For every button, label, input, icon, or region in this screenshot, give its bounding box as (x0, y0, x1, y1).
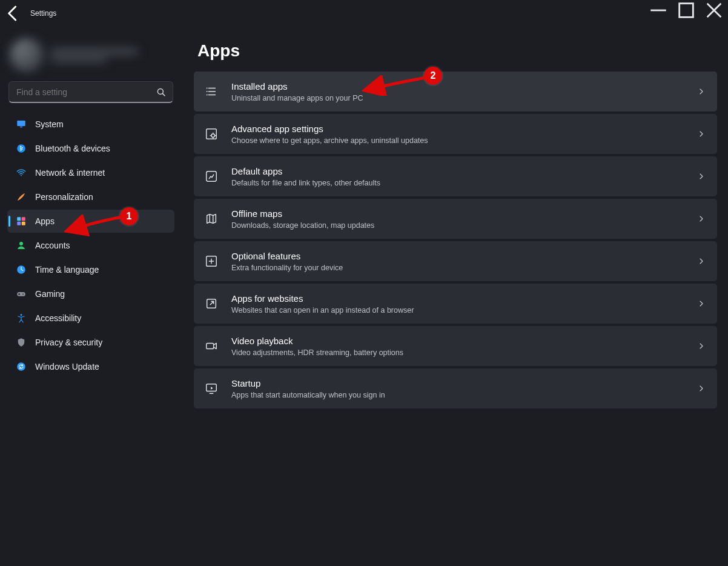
card-text: Installed appsUninstall and manage apps … (231, 73, 683, 110)
svg-rect-0 (650, 10, 666, 12)
card-subtitle: Extra functionality for your device (231, 264, 683, 272)
settings-card-default-apps[interactable]: Default appsDefaults for file and link t… (194, 156, 717, 196)
chevron-right-icon (697, 129, 706, 139)
card-title: Offline maps (231, 208, 683, 220)
card-text: Advanced app settingsChoose where to get… (231, 116, 683, 152)
accessibility-icon (16, 313, 27, 324)
gear-tile-icon (205, 127, 218, 141)
card-title: Installed apps (231, 81, 683, 93)
chevron-right-icon (697, 87, 706, 96)
sidebar-item-label: System (35, 119, 64, 129)
settings-card-installed-apps[interactable]: Installed appsUninstall and manage apps … (194, 72, 717, 112)
search-input[interactable] (15, 87, 156, 98)
settings-card-offline-maps[interactable]: Offline mapsDownloads, storage location,… (194, 199, 717, 239)
svg-rect-10 (22, 222, 25, 225)
sidebar-item-apps[interactable]: Apps (7, 210, 174, 233)
sidebar-item-label: Accounts (35, 241, 70, 250)
svg-point-2 (157, 88, 163, 94)
search-icon (156, 87, 167, 98)
card-title: Default apps (231, 165, 683, 178)
svg-point-14 (22, 293, 24, 295)
card-title: Startup (231, 378, 683, 390)
chevron-right-icon (697, 299, 706, 308)
sidebar-nav: SystemBluetooth & devicesNetwork & inter… (7, 113, 174, 378)
card-text: Optional featuresExtra functionality for… (231, 243, 683, 279)
sidebar-item-windows-update[interactable]: Windows Update (7, 355, 174, 378)
svg-rect-20 (207, 129, 217, 139)
card-title: Apps for websites (231, 293, 683, 305)
card-subtitle: Websites that can open in an app instead… (231, 306, 683, 315)
default-app-icon (205, 170, 218, 183)
card-subtitle: Choose where to get apps, archive apps, … (231, 136, 683, 145)
card-title: Optional features (231, 250, 683, 262)
svg-point-15 (21, 314, 22, 316)
gamepad-icon (16, 288, 27, 299)
profile-header[interactable] (10, 33, 174, 78)
sidebar-item-label: Apps (35, 216, 55, 226)
card-title: Advanced app settings (231, 123, 683, 135)
svg-rect-8 (22, 217, 25, 221)
sidebar-item-accounts[interactable]: Accounts (7, 234, 174, 257)
svg-rect-7 (17, 217, 21, 221)
sidebar-item-label: Privacy & security (35, 338, 102, 347)
avatar (10, 38, 44, 72)
sidebar-item-label: Personalization (35, 192, 93, 202)
app-title: Settings (30, 9, 56, 18)
svg-rect-1 (680, 4, 693, 18)
startup-icon (205, 382, 218, 395)
card-subtitle: Video adjustments, HDR streaming, batter… (231, 348, 683, 357)
sidebar-item-label: Time & language (35, 265, 99, 275)
settings-card-video-playback[interactable]: Video playbackVideo adjustments, HDR str… (194, 326, 717, 366)
sidebar-item-privacy-security[interactable]: Privacy & security (7, 331, 174, 354)
card-text: Offline mapsDownloads, storage location,… (231, 201, 683, 237)
sidebar-item-bluetooth-devices[interactable]: Bluetooth & devices (7, 137, 174, 160)
window-maximize[interactable] (672, 0, 700, 21)
card-text: Default appsDefaults for file and link t… (231, 158, 683, 195)
sidebar-item-label: Network & internet (35, 168, 105, 178)
card-subtitle: Apps that start automatically when you s… (231, 391, 683, 399)
svg-point-6 (21, 175, 22, 176)
arrow-left-icon (0, 0, 27, 27)
window-close[interactable] (700, 0, 728, 21)
list-icon (205, 85, 218, 98)
svg-rect-25 (207, 343, 214, 348)
svg-point-18 (207, 91, 208, 92)
settings-card-optional-features[interactable]: Optional featuresExtra functionality for… (194, 241, 717, 281)
window-controls (644, 0, 728, 21)
sidebar-item-personalization[interactable]: Personalization (7, 185, 174, 208)
sidebar-item-time-language[interactable]: Time & language (7, 258, 174, 281)
settings-card-list: Installed appsUninstall and manage apps … (194, 72, 717, 408)
bluetooth-icon (16, 143, 27, 154)
chevron-right-icon (697, 256, 706, 266)
clock-globe-icon (16, 264, 27, 275)
sidebar-item-label: Bluetooth & devices (35, 144, 110, 153)
window-minimize[interactable] (644, 0, 672, 21)
profile-text-redacted (51, 45, 174, 65)
svg-rect-9 (17, 222, 21, 225)
settings-card-apps-for-websites[interactable]: Apps for websitesWebsites that can open … (194, 284, 717, 324)
shield-icon (16, 337, 27, 348)
settings-card-advanced-app-settings[interactable]: Advanced app settingsChoose where to get… (194, 114, 717, 154)
svg-rect-3 (17, 121, 25, 126)
settings-card-startup[interactable]: StartupApps that start automatically whe… (194, 368, 717, 408)
chevron-right-icon (697, 214, 706, 224)
back-button[interactable] (0, 0, 27, 27)
sidebar-item-label: Accessibility (35, 313, 81, 323)
sidebar-item-system[interactable]: System (7, 113, 174, 136)
window-titlebar: Settings (0, 0, 728, 27)
card-text: Apps for websitesWebsites that can open … (231, 285, 683, 322)
card-text: StartupApps that start automatically whe… (231, 370, 683, 407)
svg-point-17 (207, 88, 208, 89)
sidebar-item-label: Gaming (35, 289, 65, 299)
display-icon (16, 119, 27, 130)
video-icon (205, 339, 218, 353)
sidebar-item-network-internet[interactable]: Network & internet (7, 161, 174, 184)
main-content: Apps Installed appsUninstall and manage … (194, 30, 717, 566)
search-box[interactable] (8, 81, 173, 103)
svg-point-11 (19, 242, 23, 245)
chevron-right-icon (697, 171, 706, 181)
sidebar: SystemBluetooth & devicesNetwork & inter… (0, 32, 182, 566)
apps-icon (16, 216, 27, 227)
sidebar-item-gaming[interactable]: Gaming (7, 282, 174, 305)
sidebar-item-accessibility[interactable]: Accessibility (7, 307, 174, 330)
